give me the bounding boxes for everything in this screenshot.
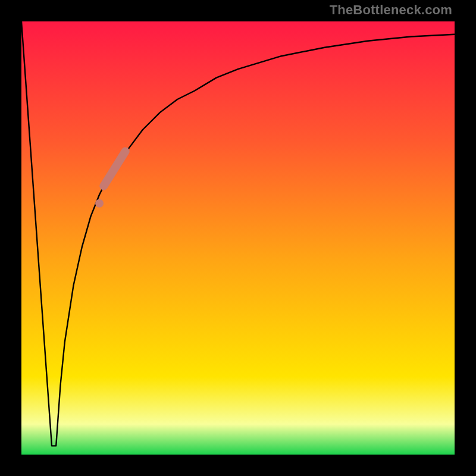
plot-area [21, 21, 455, 455]
highlight-dot-lower [95, 199, 104, 208]
bottleneck-curve [21, 21, 455, 446]
highlight-segment-upper [104, 151, 125, 186]
chart-frame: TheBottleneck.com [0, 0, 476, 476]
watermark-text: TheBottleneck.com [330, 2, 452, 18]
curve-layer [21, 21, 455, 455]
